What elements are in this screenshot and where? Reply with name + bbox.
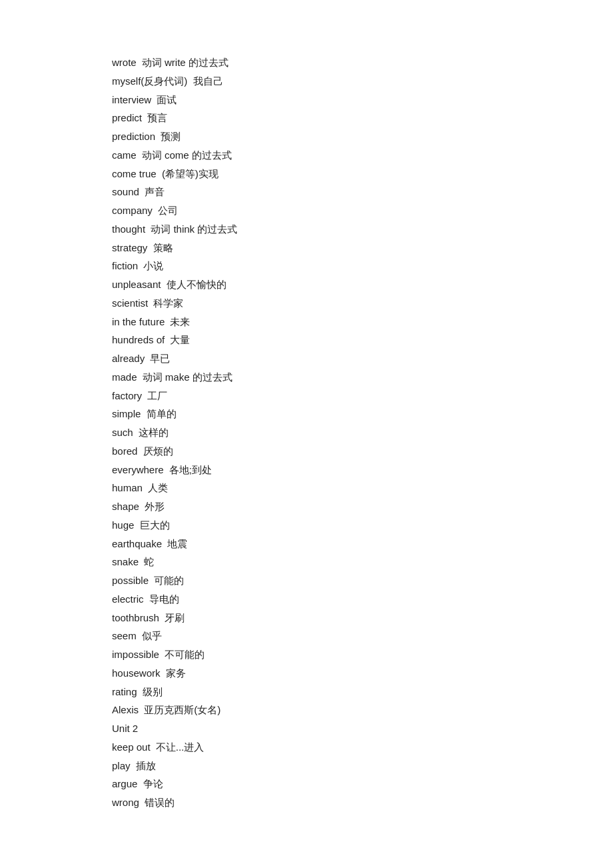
- vocab-english: toothbrush: [112, 612, 159, 623]
- list-item: impossible 不可能的: [112, 645, 613, 664]
- list-item: keep out 不让...进入: [112, 738, 613, 757]
- list-item: rating 级别: [112, 683, 613, 701]
- list-item: bored 厌烦的: [112, 442, 613, 461]
- vocabulary-list: wrote 动词 write 的过去式myself(反身代词) 我自己inter…: [112, 53, 613, 812]
- vocab-english: unpleasant: [112, 279, 161, 290]
- vocab-chinese: 预言: [147, 112, 167, 123]
- list-item: play 插放: [112, 757, 613, 775]
- vocab-english: electric: [112, 593, 144, 605]
- vocab-chinese: 面试: [157, 94, 177, 105]
- vocab-english: human: [112, 482, 143, 493]
- vocab-english: hundreds of: [112, 334, 165, 345]
- vocab-chinese: 动词 make 的过去式: [143, 371, 233, 383]
- vocab-chinese: 未来: [170, 316, 190, 327]
- vocab-chinese: 级别: [143, 686, 163, 697]
- vocab-english: interview: [112, 94, 151, 105]
- vocab-chinese: 可能的: [154, 575, 184, 586]
- vocab-chinese: 工厂: [147, 390, 167, 401]
- list-item: seem 似乎: [112, 627, 613, 645]
- list-item: simple 简单的: [112, 405, 613, 423]
- vocab-chinese: 巨大的: [140, 519, 170, 531]
- vocab-english: myself(反身代词): [112, 75, 187, 87]
- vocab-english: argue: [112, 778, 137, 789]
- vocab-chinese: 动词 think 的过去式: [151, 223, 237, 235]
- list-item: earthquake 地震: [112, 535, 613, 553]
- list-item: Alexis 亚历克西斯(女名): [112, 701, 613, 719]
- list-item: housework 家务: [112, 664, 613, 683]
- list-item: strategy 策略: [112, 239, 613, 257]
- vocab-chinese: 小说: [143, 260, 163, 271]
- vocab-english: Unit 2: [112, 723, 138, 734]
- list-item: snake 蛇: [112, 553, 613, 571]
- list-item: come true (希望等)实现: [112, 165, 613, 183]
- vocab-chinese: 家务: [166, 667, 186, 679]
- vocab-chinese: 地震: [167, 538, 187, 549]
- vocab-chinese: 动词 come 的过去式: [142, 149, 232, 161]
- vocab-chinese: 不让...进入: [156, 741, 205, 753]
- vocab-english: shape: [112, 501, 139, 512]
- list-item: myself(反身代词) 我自己: [112, 72, 613, 91]
- vocab-english: seem: [112, 630, 137, 641]
- vocab-english: keep out: [112, 741, 151, 753]
- vocab-chinese: 不可能的: [165, 649, 205, 660]
- vocab-english: earthquake: [112, 538, 162, 549]
- vocab-chinese: 使人不愉快的: [167, 279, 227, 290]
- vocab-chinese: 声音: [145, 186, 165, 197]
- vocab-chinese: 预测: [161, 131, 181, 142]
- list-item: predict 预言: [112, 109, 613, 127]
- list-item: company 公司: [112, 201, 613, 220]
- vocab-english: housework: [112, 667, 161, 679]
- list-item: already 早已: [112, 349, 613, 368]
- vocab-chinese: 大量: [170, 334, 190, 345]
- vocab-english: possible: [112, 575, 149, 586]
- vocab-english: thought: [112, 223, 145, 235]
- vocab-english: everywhere: [112, 464, 164, 475]
- vocab-english: sound: [112, 186, 139, 197]
- list-item: fiction 小说: [112, 257, 613, 275]
- list-item: everywhere 各地;到处: [112, 461, 613, 479]
- vocab-english: company: [112, 205, 153, 216]
- vocab-english: huge: [112, 519, 134, 531]
- list-item: wrote 动词 write 的过去式: [112, 53, 613, 72]
- list-item: unpleasant 使人不愉快的: [112, 275, 613, 294]
- vocab-chinese: 错误的: [145, 797, 175, 808]
- list-item: toothbrush 牙刷: [112, 609, 613, 627]
- list-item: in the future 未来: [112, 313, 613, 331]
- vocab-english: scientist: [112, 297, 148, 309]
- vocab-english: factory: [112, 390, 142, 401]
- list-item: made 动词 make 的过去式: [112, 368, 613, 387]
- vocab-english: already: [112, 353, 145, 364]
- vocab-chinese: 科学家: [153, 297, 183, 309]
- list-item: thought 动词 think 的过去式: [112, 220, 613, 239]
- list-item: shape 外形: [112, 497, 613, 516]
- vocab-english: snake: [112, 556, 139, 567]
- list-item: possible 可能的: [112, 571, 613, 590]
- list-item: interview 面试: [112, 91, 613, 109]
- list-item: such 这样的: [112, 423, 613, 442]
- vocab-chinese: 牙刷: [165, 612, 185, 623]
- list-item: prediction 预测: [112, 127, 613, 146]
- vocab-english: bored: [112, 445, 137, 457]
- vocab-english: prediction: [112, 131, 155, 142]
- vocab-english: wrong: [112, 797, 139, 808]
- vocab-chinese: 动词 write 的过去式: [142, 57, 229, 68]
- vocab-chinese: 公司: [158, 205, 178, 216]
- vocab-english: such: [112, 427, 133, 438]
- vocab-chinese: 简单的: [147, 408, 177, 419]
- vocab-english: wrote: [112, 57, 137, 68]
- list-item: electric 导电的: [112, 590, 613, 609]
- vocab-chinese: 这样的: [139, 427, 169, 438]
- list-item: huge 巨大的: [112, 516, 613, 535]
- vocab-chinese: 各地;到处: [169, 464, 212, 475]
- list-item: scientist 科学家: [112, 294, 613, 313]
- list-item: came 动词 come 的过去式: [112, 146, 613, 165]
- vocab-english: come true: [112, 168, 157, 179]
- vocab-english: rating: [112, 686, 137, 697]
- vocab-english: play: [112, 760, 131, 771]
- vocab-chinese: 策略: [153, 242, 173, 253]
- vocab-chinese: 我自己: [193, 75, 223, 87]
- list-item: Unit 2: [112, 719, 613, 738]
- vocab-chinese: (希望等)实现: [162, 168, 219, 179]
- vocab-chinese: 厌烦的: [143, 445, 173, 457]
- vocab-chinese: 导电的: [149, 593, 179, 605]
